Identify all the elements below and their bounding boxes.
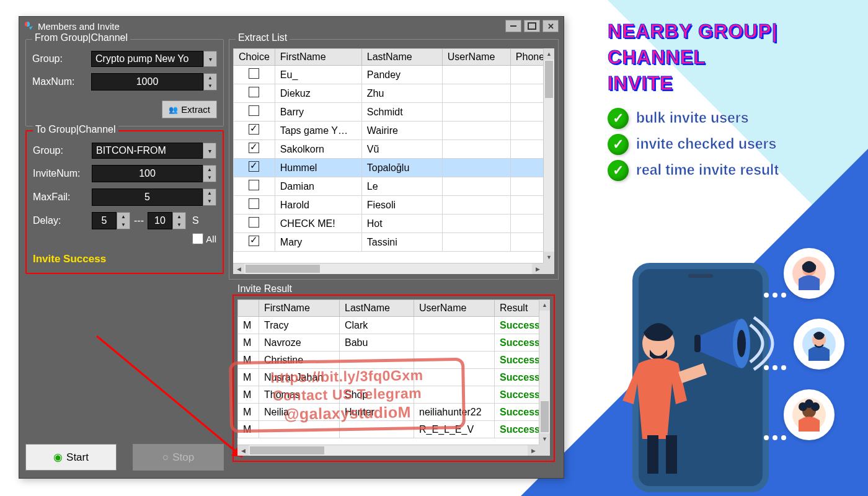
- cell-username: [442, 159, 510, 177]
- invite-result-legend: Invite Result: [235, 283, 294, 294]
- row-checkbox[interactable]: [249, 198, 259, 209]
- delay-min-spinner[interactable]: ▲▼: [117, 212, 130, 229]
- delay-separator: ---: [134, 215, 144, 226]
- cell-lastname: Babu: [340, 334, 414, 352]
- avatar-icon: [784, 248, 835, 299]
- cell-firstname: Hummel: [275, 159, 361, 177]
- row-checkbox[interactable]: [249, 217, 259, 228]
- cell-username: [442, 122, 510, 140]
- table-row[interactable]: Taps game Y…Wairire: [234, 122, 554, 140]
- rcol-username[interactable]: UserName: [414, 300, 495, 317]
- to-group-dropdown-icon[interactable]: ▾: [203, 143, 216, 159]
- from-maxnum-spinner[interactable]: ▲▼: [203, 73, 217, 91]
- check-icon: [608, 160, 629, 181]
- invitenum-spinner[interactable]: ▲▼: [203, 165, 216, 182]
- table-row[interactable]: HummelTopaloğlu: [234, 159, 554, 177]
- row-checkbox[interactable]: [249, 143, 259, 153]
- extract-scrollbar-v[interactable]: ▲▼: [543, 48, 554, 263]
- extract-button[interactable]: Extract: [162, 100, 217, 118]
- table-row[interactable]: MaryTassini: [234, 233, 554, 252]
- row-checkbox[interactable]: [249, 180, 259, 190]
- result-scrollbar-h[interactable]: ◀▶: [237, 445, 539, 456]
- row-checkbox[interactable]: [249, 124, 259, 135]
- delay-max-spinner[interactable]: ▲▼: [172, 212, 186, 229]
- result-scrollbar-v[interactable]: ▲▼: [539, 299, 550, 445]
- rcol-firstname[interactable]: FirstName: [259, 300, 340, 317]
- table-row[interactable]: BarrySchmidt: [234, 103, 554, 122]
- cell-firstname: Harold: [275, 196, 361, 215]
- cell-firstname: Diekuz: [275, 84, 361, 103]
- extract-scrollbar-h[interactable]: ◀▶: [233, 263, 543, 274]
- cell-firstname: Barry: [275, 103, 361, 122]
- from-group-panel: From Group|Channel Group: Crypto pump Ne…: [25, 39, 224, 126]
- table-row[interactable]: MTracyClarkSuccess: [238, 317, 550, 334]
- row-checkbox[interactable]: [249, 68, 259, 79]
- delay-label: Delay:: [33, 215, 92, 226]
- cell-firstname: Tracy: [259, 317, 340, 334]
- cell-firstname: Taps game Y…: [275, 122, 361, 140]
- minimize-button[interactable]: [505, 20, 521, 32]
- to-group-combo[interactable]: BITCON-FROM: [92, 143, 203, 159]
- cell-firstname: Sakolkorn: [275, 140, 361, 159]
- cell-lastname: Vũ: [361, 140, 442, 159]
- dots-icon: [764, 435, 786, 440]
- delay-max-input[interactable]: 10: [148, 212, 172, 229]
- scroll-corner: [539, 445, 550, 456]
- table-row[interactable]: Eu_Pandey: [234, 66, 554, 84]
- maxfail-input[interactable]: 5: [92, 188, 203, 206]
- from-group-combo[interactable]: Crypto pump New Yo: [91, 51, 203, 67]
- table-row[interactable]: DamianLe: [234, 177, 554, 196]
- row-checkbox[interactable]: [249, 87, 259, 97]
- maxfail-spinner[interactable]: ▲▼: [203, 188, 216, 206]
- col-choice[interactable]: Choice: [234, 49, 275, 66]
- extract-list-table[interactable]: Choice FirstName LastName UserName Phone…: [233, 48, 554, 252]
- row-checkbox[interactable]: [249, 105, 259, 116]
- svg-rect-2: [647, 435, 658, 474]
- table-row[interactable]: CHECK ME!Hot: [234, 215, 554, 233]
- cell-c0: M: [238, 334, 259, 352]
- svg-rect-6: [694, 335, 701, 352]
- col-lastname[interactable]: LastName: [361, 49, 442, 66]
- rcol-lastname[interactable]: LastName: [340, 300, 414, 317]
- stop-button[interactable]: Stop: [133, 444, 224, 471]
- megaphone-icon: [694, 312, 781, 381]
- cell-username: [442, 103, 510, 122]
- from-maxnum-input[interactable]: 1000: [91, 73, 203, 91]
- delay-unit: S: [192, 215, 199, 226]
- cell-username: [414, 317, 495, 334]
- col-username[interactable]: UserName: [442, 49, 510, 66]
- cell-lastname: Hot: [361, 215, 442, 233]
- bullet-text: real time invite result: [636, 162, 779, 179]
- bullet-text: bulk invite users: [636, 110, 749, 126]
- row-checkbox[interactable]: [249, 236, 259, 246]
- table-row[interactable]: MNavrozeBabuSuccess: [238, 334, 550, 352]
- invitenum-input[interactable]: 100: [92, 165, 203, 182]
- cell-lastname: Topaloğlu: [361, 159, 442, 177]
- col-firstname[interactable]: FirstName: [275, 49, 361, 66]
- table-row[interactable]: SakolkornVũ: [234, 140, 554, 159]
- row-checkbox[interactable]: [249, 161, 259, 172]
- maxfail-label: MaxFail:: [33, 192, 92, 203]
- rcol-blank[interactable]: [238, 300, 259, 317]
- cell-lastname: Clark: [340, 317, 414, 334]
- from-group-dropdown-icon[interactable]: ▾: [203, 51, 217, 67]
- cell-firstname: CHECK ME!: [275, 215, 361, 233]
- from-legend: From Group|Channel: [32, 32, 130, 43]
- cell-username: [442, 215, 510, 233]
- cell-username: [442, 196, 510, 215]
- cell-username: [442, 84, 510, 103]
- marketing-headline: NEARBY GROUP| CHANNEL INVITE bulk invite…: [608, 19, 856, 186]
- close-button[interactable]: [542, 20, 559, 32]
- illustration: [608, 244, 831, 492]
- svg-point-5: [737, 330, 746, 357]
- extract-list-panel: Extract List Choice FirstName LastName U…: [229, 39, 559, 280]
- all-checkbox[interactable]: [192, 233, 203, 244]
- window-title: Members and Invite: [38, 21, 120, 32]
- delay-min-input[interactable]: 5: [92, 212, 117, 229]
- table-row[interactable]: DiekuzZhu: [234, 84, 554, 103]
- maximize-button[interactable]: [524, 20, 540, 32]
- avatar-icon: [794, 319, 844, 370]
- table-row[interactable]: HaroldFiesoli: [234, 196, 554, 215]
- start-button[interactable]: Start: [25, 444, 117, 471]
- cell-username: [442, 233, 510, 252]
